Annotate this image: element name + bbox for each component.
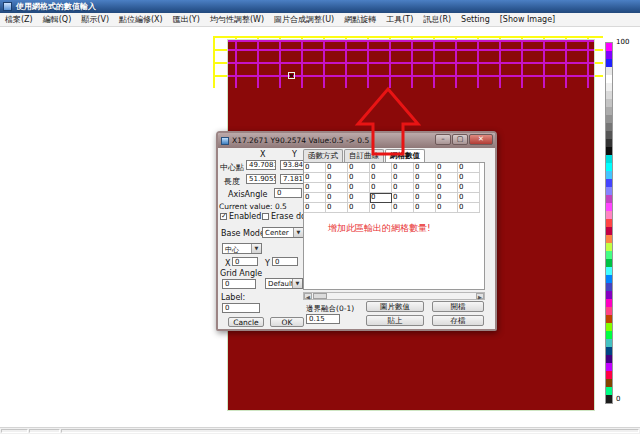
grid-cell[interactable]: 0	[458, 193, 480, 203]
grid-cell[interactable]: 0	[458, 173, 480, 183]
cancel-button[interactable]: Cancle	[228, 317, 264, 327]
menu-item-8[interactable]: 工具(T)	[381, 14, 418, 25]
dialog-maximize-button[interactable]: ▢	[452, 134, 468, 145]
grid-cell[interactable]: 0	[458, 183, 480, 193]
grid-cell[interactable]: 0	[392, 173, 414, 183]
menu-item-4[interactable]: 匯出(Y)	[168, 14, 205, 25]
grid-cell[interactable]: 0	[304, 183, 326, 193]
grid-cell[interactable]: 0	[370, 163, 392, 173]
grid-cell[interactable]: 0	[436, 173, 458, 183]
grid-cell[interactable]: 0	[326, 193, 348, 203]
grid-cell[interactable]: 0	[348, 183, 370, 193]
scrollbar-track	[327, 293, 476, 299]
center-x-input[interactable]: 49.7081	[246, 160, 276, 170]
chevron-down-icon[interactable]: ▼	[251, 244, 261, 253]
menu-item-9[interactable]: 訊息(R)	[418, 14, 456, 25]
save-file-button[interactable]: 存檔	[432, 315, 484, 326]
grid-cell[interactable]: 0	[392, 203, 414, 213]
menu-item-2[interactable]: 顯示(V)	[76, 14, 114, 25]
grid-cell[interactable]: 0	[326, 203, 348, 213]
canvas-selection-marker[interactable]	[288, 72, 295, 79]
window-titlebar[interactable]: 使用網格式的數值輸入	[0, 0, 640, 13]
base-mode-select[interactable]: Center ▼	[262, 227, 304, 238]
grid-cell[interactable]: 0	[392, 183, 414, 193]
anchor-select[interactable]: 中心 ▼	[222, 243, 262, 254]
color-scale-strip	[605, 42, 613, 404]
grid-angle-input[interactable]: 0	[222, 279, 256, 289]
blend-input[interactable]: 0.15	[306, 314, 340, 324]
dialog-minimize-button[interactable]: –	[435, 134, 451, 145]
grid-cell[interactable]: 0	[304, 193, 326, 203]
enabled-checkbox-label: Enabled	[229, 212, 261, 221]
grid-cell[interactable]: 0	[414, 203, 436, 213]
color-band	[606, 219, 612, 227]
image-values-button[interactable]: 圖片數值	[366, 301, 424, 312]
grid-cell[interactable]: 0	[436, 193, 458, 203]
grid-cell[interactable]: 0	[414, 193, 436, 203]
ok-button[interactable]: OK	[270, 317, 304, 327]
color-band	[606, 67, 612, 75]
grid-cell[interactable]: 0	[458, 163, 480, 173]
color-band	[606, 395, 612, 403]
grid-cell[interactable]: 0	[348, 173, 370, 183]
tab-0[interactable]: 函數方式	[303, 149, 343, 162]
grid-cell[interactable]: 0	[370, 203, 392, 213]
label-input[interactable]: 0	[222, 303, 260, 313]
grid-cell[interactable]: 0	[370, 173, 392, 183]
menu-item-7[interactable]: 網點旋轉	[339, 14, 381, 25]
dialog-title: X17.2671 Y90.2574 Value:0.5 -> 0.5	[232, 136, 369, 145]
grid-cell[interactable]: 0	[304, 203, 326, 213]
grid-cell[interactable]: 0	[370, 183, 392, 193]
grid-cell[interactable]: 0	[326, 163, 348, 173]
paste-button[interactable]: 貼上	[366, 315, 424, 326]
scroll-right-icon[interactable]: ▶	[476, 293, 484, 299]
grid-cell[interactable]: 0	[348, 193, 370, 203]
enabled-checkbox[interactable]: ✓ Enabled	[220, 212, 261, 221]
grid-cell[interactable]: 0	[304, 173, 326, 183]
open-file-button[interactable]: 開檔	[432, 301, 484, 312]
grid-cell[interactable]: 0	[392, 193, 414, 203]
chevron-down-icon[interactable]: ▼	[293, 228, 303, 237]
grid-cell[interactable]: 0	[326, 173, 348, 183]
grid-cell[interactable]: 0	[458, 203, 480, 213]
axis-angle-input[interactable]: 0	[274, 188, 302, 198]
grid-row: 00000000	[304, 183, 484, 193]
grid-cell[interactable]: 0	[414, 173, 436, 183]
grid-cell[interactable]: 0	[436, 183, 458, 193]
menu-item-5[interactable]: 均勻性調整(W)	[205, 14, 269, 25]
menu-item-10[interactable]: Setting	[456, 15, 495, 24]
color-band	[606, 139, 612, 147]
column-header-x: X	[260, 150, 265, 159]
scroll-left-icon[interactable]: ◀	[304, 293, 312, 299]
erase-dots-checkbox-box[interactable]	[262, 213, 269, 220]
grid-cell[interactable]: 0	[436, 203, 458, 213]
center-point-label: 中心點	[220, 162, 244, 173]
menu-item-3[interactable]: 點位編修(X)	[114, 14, 168, 25]
menu-item-11[interactable]: [Show Image]	[495, 15, 560, 24]
grid-cell[interactable]: 0	[304, 163, 326, 173]
grid-cell[interactable]: 0	[370, 193, 392, 203]
horizontal-scrollbar[interactable]: ◀ ▶	[303, 292, 485, 300]
grid-cell[interactable]: 0	[348, 163, 370, 173]
menu-item-0[interactable]: 檔案(Z)	[0, 14, 38, 25]
grid-cell[interactable]: 0	[348, 203, 370, 213]
grid-row: 00000000	[304, 203, 484, 213]
grid-cell[interactable]: 0	[392, 163, 414, 173]
color-band	[606, 251, 612, 259]
offset-x-input[interactable]: 0	[232, 257, 258, 266]
scrollbar-thumb[interactable]	[313, 293, 327, 299]
dialog-close-button[interactable]: ✕	[469, 134, 493, 145]
grid-cell[interactable]: 0	[414, 163, 436, 173]
status-cell	[1, 429, 28, 433]
grid-cell[interactable]: 0	[326, 183, 348, 193]
color-band	[606, 203, 612, 211]
grid-cell[interactable]: 0	[414, 183, 436, 193]
chevron-down-icon[interactable]: ▼	[292, 279, 302, 288]
length-x-input[interactable]: 51.9055	[246, 174, 276, 184]
offset-y-input[interactable]: 0	[272, 257, 298, 266]
enabled-checkbox-box[interactable]: ✓	[220, 213, 227, 220]
menu-item-6[interactable]: 圖片合成調整(U)	[269, 14, 339, 25]
grid-cell[interactable]: 0	[436, 163, 458, 173]
menu-item-1[interactable]: 編輯(Q)	[38, 14, 77, 25]
grid-angle-mode-select[interactable]: Default ▼	[265, 278, 303, 289]
